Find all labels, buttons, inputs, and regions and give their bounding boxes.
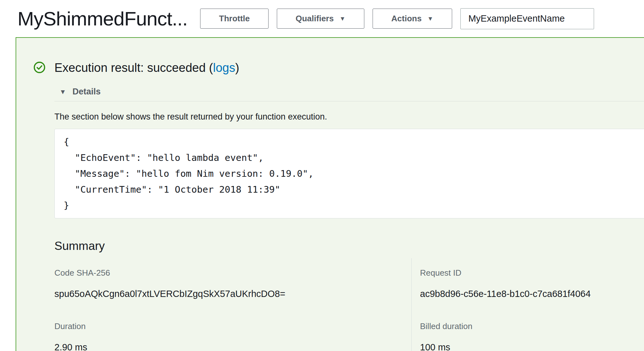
- function-header-bar: MyShimmedFunct... Throttle Qualifiers ▼ …: [0, 0, 644, 37]
- summary-field-request-id: Request ID ac9b8d96-c56e-11e8-b1c0-c7ca6…: [420, 268, 631, 299]
- execution-result-text-suffix: ): [235, 61, 239, 74]
- field-value: ac9b8d96-c56e-11e8-b1c0-c7ca681f4064: [420, 288, 631, 299]
- field-value: 100 ms: [420, 341, 631, 351]
- summary-grid: Code SHA-256 spu65oAQkCgn6a0l7xtLVERCbIZ…: [54, 258, 631, 351]
- field-value: 2.90 ms: [54, 341, 411, 351]
- execution-result-content: Execution result: succeeded (logs) ▼ Det…: [16, 38, 644, 351]
- qualifiers-dropdown-button[interactable]: Qualifiers ▼: [277, 9, 364, 29]
- summary-field-code-sha256: Code SHA-256 spu65oAQkCgn6a0l7xtLVERCbIZ…: [54, 268, 411, 299]
- function-name-title: MyShimmedFunct...: [18, 7, 187, 30]
- triangle-down-icon: ▼: [60, 88, 66, 95]
- chevron-down-icon: ▼: [340, 16, 346, 22]
- field-label: Request ID: [420, 268, 631, 278]
- test-event-selected-value: MyExampleEventName: [468, 13, 565, 24]
- execution-result-title: Execution result: succeeded (logs): [54, 60, 631, 75]
- result-description: The section below shows the result retur…: [54, 112, 631, 122]
- logs-link[interactable]: logs: [213, 61, 235, 74]
- success-check-icon: [33, 61, 46, 73]
- summary-column-right: Request ID ac9b8d96-c56e-11e8-b1c0-c7ca6…: [411, 258, 631, 351]
- execution-result-panel: Execution result: succeeded (logs) ▼ Det…: [16, 37, 644, 351]
- field-value: spu65oAQkCgn6a0l7xtLVERCbIZgqSkX57aUKrhc…: [54, 288, 411, 299]
- field-label: Duration: [54, 321, 411, 331]
- test-event-select[interactable]: MyExampleEventName: [460, 8, 594, 29]
- field-label: Code SHA-256: [54, 268, 411, 278]
- field-label: Billed duration: [420, 321, 631, 331]
- summary-heading: Summary: [54, 239, 631, 253]
- summary-column-left: Code SHA-256 spu65oAQkCgn6a0l7xtLVERCbIZ…: [54, 258, 411, 351]
- actions-dropdown-button[interactable]: Actions ▼: [373, 9, 452, 29]
- details-toggle-label: Details: [73, 86, 101, 97]
- details-divider: [54, 101, 644, 101]
- summary-field-billed-duration: Billed duration 100 ms: [420, 321, 631, 351]
- actions-button-label: Actions: [391, 14, 422, 24]
- result-json-code: { "EchoEvent": "hello lambda event", "Me…: [64, 134, 641, 213]
- summary-field-duration: Duration 2.90 ms: [54, 321, 411, 351]
- chevron-down-icon: ▼: [427, 16, 433, 22]
- qualifiers-button-label: Qualifiers: [296, 14, 334, 24]
- throttle-button[interactable]: Throttle: [200, 9, 269, 29]
- execution-result-text: Execution result: succeeded (: [54, 61, 213, 74]
- result-json-box: { "EchoEvent": "hello lambda event", "Me…: [54, 129, 644, 218]
- details-toggle[interactable]: ▼ Details: [60, 86, 631, 97]
- throttle-button-label: Throttle: [219, 14, 250, 24]
